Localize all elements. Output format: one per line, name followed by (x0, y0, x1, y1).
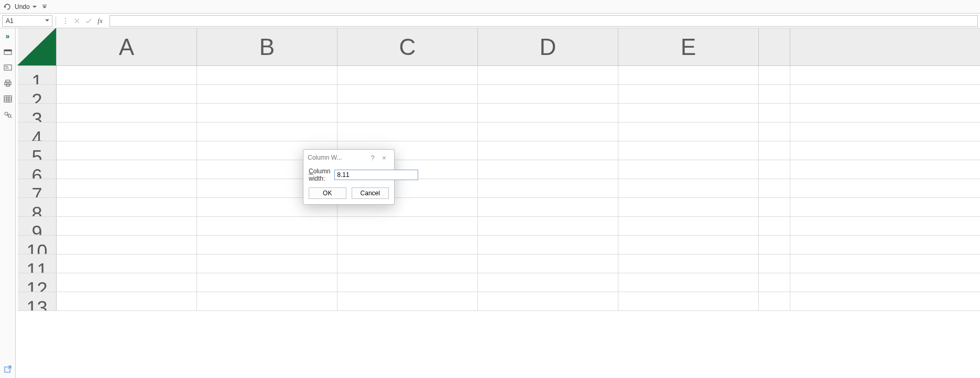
popout-icon[interactable] (3, 364, 13, 374)
name-box[interactable]: A1 (2, 15, 52, 27)
cell[interactable] (759, 273, 790, 292)
cell[interactable] (197, 85, 337, 103)
row-header[interactable]: 4 (18, 123, 57, 141)
expand-pane-button[interactable]: » (3, 31, 13, 41)
cell[interactable] (759, 85, 790, 103)
cell[interactable] (57, 123, 197, 141)
cell[interactable] (337, 217, 478, 235)
select-all-button[interactable] (18, 28, 57, 65)
enter-formula-button[interactable] (84, 17, 93, 25)
row-header[interactable]: 2 (18, 85, 57, 103)
column-header[interactable]: A (57, 28, 197, 65)
undo-button[interactable]: Undo (3, 3, 37, 11)
cell[interactable] (618, 179, 759, 197)
row-header[interactable]: 8 (18, 198, 57, 216)
cell[interactable] (197, 273, 337, 292)
cell[interactable] (478, 123, 618, 141)
cell[interactable] (618, 236, 759, 254)
cell[interactable] (57, 179, 197, 197)
find-icon[interactable] (3, 110, 13, 119)
insert-function-button[interactable]: fx (96, 17, 104, 25)
cell[interactable] (57, 85, 197, 103)
table-icon[interactable] (3, 94, 13, 104)
formula-input[interactable] (110, 15, 978, 27)
cell[interactable] (478, 217, 618, 235)
row-header[interactable]: 7 (18, 179, 57, 197)
column-header[interactable]: B (197, 28, 337, 65)
cell[interactable] (197, 254, 337, 273)
print-icon[interactable] (3, 79, 13, 88)
row-header[interactable]: 5 (18, 141, 57, 160)
cell[interactable] (618, 292, 759, 310)
cell[interactable] (618, 123, 759, 141)
column-header[interactable]: E (618, 28, 759, 65)
cell[interactable] (337, 66, 478, 84)
cell[interactable] (337, 123, 478, 141)
ok-button[interactable]: OK (309, 187, 346, 199)
cell[interactable] (337, 104, 478, 122)
cell[interactable] (57, 292, 197, 310)
cell[interactable] (759, 217, 790, 235)
cell[interactable] (478, 66, 618, 84)
cell[interactable] (759, 66, 790, 84)
cell[interactable] (57, 141, 197, 160)
cancel-formula-button[interactable] (73, 17, 81, 25)
cell[interactable] (57, 236, 197, 254)
dialog-help-button[interactable]: ? (367, 154, 378, 162)
cell[interactable] (57, 254, 197, 273)
cell[interactable] (197, 236, 337, 254)
cell[interactable] (478, 85, 618, 103)
cell[interactable] (57, 66, 197, 84)
cell[interactable] (618, 160, 759, 179)
cell[interactable] (618, 104, 759, 122)
cell[interactable] (197, 292, 337, 310)
cell[interactable] (759, 254, 790, 273)
cell[interactable] (57, 217, 197, 235)
row-header[interactable]: 13 (18, 292, 57, 310)
chevron-down-icon[interactable] (32, 4, 37, 9)
cell[interactable] (478, 292, 618, 310)
cell[interactable] (337, 85, 478, 103)
cell[interactable] (618, 254, 759, 273)
row-header[interactable]: 9 (18, 217, 57, 235)
cell[interactable] (478, 179, 618, 197)
kebab-menu-icon[interactable] (61, 17, 70, 25)
cell[interactable] (57, 104, 197, 122)
cell[interactable] (197, 66, 337, 84)
cancel-button[interactable]: Cancel (352, 187, 389, 199)
cell[interactable] (478, 254, 618, 273)
cell[interactable] (759, 236, 790, 254)
customize-qat-button[interactable] (41, 4, 48, 10)
cell[interactable] (337, 254, 478, 273)
cell[interactable] (618, 85, 759, 103)
cell[interactable] (618, 141, 759, 160)
cell[interactable] (197, 123, 337, 141)
cell[interactable] (759, 104, 790, 122)
cell[interactable] (759, 123, 790, 141)
cell[interactable] (57, 160, 197, 179)
cell[interactable] (478, 104, 618, 122)
dialog-close-button[interactable]: × (378, 154, 390, 162)
cell[interactable] (759, 141, 790, 160)
dialog-titlebar[interactable]: Column W... ? × (303, 150, 394, 165)
cell[interactable] (618, 198, 759, 216)
form-icon[interactable] (3, 63, 13, 72)
row-header[interactable]: 6 (18, 160, 57, 179)
row-header[interactable]: 3 (18, 104, 57, 122)
cell[interactable] (618, 217, 759, 235)
row-header[interactable]: 11 (18, 254, 57, 273)
cell[interactable] (478, 198, 618, 216)
chevron-down-icon[interactable] (45, 17, 50, 25)
cell[interactable] (759, 292, 790, 310)
cell[interactable] (57, 198, 197, 216)
cell[interactable] (618, 273, 759, 292)
window-icon[interactable] (3, 47, 13, 57)
cell[interactable] (478, 273, 618, 292)
cell[interactable] (759, 179, 790, 197)
cell[interactable] (197, 217, 337, 235)
column-header[interactable]: D (478, 28, 618, 65)
row-header[interactable]: 1 (18, 66, 57, 84)
cell[interactable] (759, 198, 790, 216)
cell[interactable] (618, 66, 759, 84)
cell[interactable] (337, 273, 478, 292)
